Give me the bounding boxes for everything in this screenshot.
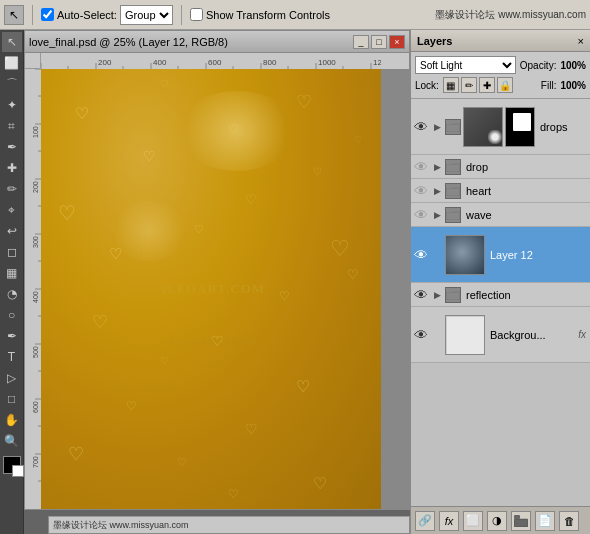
minimize-button[interactable]: _	[353, 35, 369, 49]
lock-label: Lock:	[415, 80, 439, 91]
layer-adjustment-btn[interactable]: ◑	[487, 511, 507, 531]
foreground-color[interactable]	[3, 456, 21, 474]
lock-icons: ▦ ✏ ✚ 🔒	[443, 77, 513, 93]
eye-icon-layer12: 👁	[414, 247, 428, 263]
thumb-drops-bg	[464, 108, 503, 147]
heart6: ♡	[58, 201, 76, 225]
tool-eyedropper[interactable]: ✒	[2, 137, 22, 157]
tool-lasso[interactable]: ⌒	[2, 74, 22, 94]
opacity-value[interactable]: 100%	[560, 60, 586, 71]
blend-opacity-row: Soft Light Opacity: 100%	[415, 56, 586, 74]
close-button[interactable]: ×	[389, 35, 405, 49]
folder-svg	[446, 121, 460, 132]
tool-marquee[interactable]: ⬜	[2, 53, 22, 73]
lock-all-btn[interactable]: 🔒	[497, 77, 513, 93]
heart21: ♡	[354, 135, 362, 145]
expand-wave[interactable]: ▶	[431, 209, 443, 221]
layers-controls: Soft Light Opacity: 100% Lock: ▦ ✏ ✚ 🔒 F…	[411, 52, 590, 99]
layer-item-wave[interactable]: 👁 ▶ wave	[411, 203, 590, 227]
tool-zoom[interactable]: 🔍	[2, 431, 22, 451]
svg-text:800: 800	[263, 58, 277, 67]
layer-visibility-reflection[interactable]: 👁	[413, 287, 429, 303]
layer-item-background[interactable]: 👁 Backgrou... fx	[411, 307, 590, 363]
move-tool-icon[interactable]: ↖	[4, 5, 24, 25]
canvas-area: love_final.psd @ 25% (Layer 12, RGB/8) _…	[24, 30, 410, 534]
transform-controls-group: Show Transform Controls	[190, 8, 330, 21]
tool-quick-select[interactable]: ✦	[2, 95, 22, 115]
layer-fx-btn[interactable]: fx	[439, 511, 459, 531]
tool-dodge[interactable]: ○	[2, 305, 22, 325]
layers-list[interactable]: 👁 ▶ drop	[411, 99, 590, 506]
expand-drops[interactable]: ▶	[431, 121, 443, 133]
expand-reflection[interactable]: ▶	[431, 289, 443, 301]
watermark-main: ALFOART.COM	[157, 281, 265, 297]
lock-pixels-btn[interactable]: ✏	[461, 77, 477, 93]
layers-panel: Layers × Soft Light Opacity: 100% Lock: …	[410, 30, 590, 534]
layer-item-drop[interactable]: 👁 ▶ drop	[411, 155, 590, 179]
layer-item-reflection[interactable]: 👁 ▶ reflection	[411, 283, 590, 307]
layer-thumbnail-drops	[463, 107, 503, 147]
layer-name-wave: wave	[463, 209, 588, 221]
layer-item-drops[interactable]: 👁 ▶ drop	[411, 99, 590, 155]
ruler-v-svg: 100 200 300 400 500 600 700	[25, 69, 41, 509]
layer-delete-btn[interactable]: 🗑	[559, 511, 579, 531]
eye-icon-drop: 👁	[414, 159, 428, 175]
ruler-corner	[25, 53, 41, 69]
layer-group-btn[interactable]	[511, 511, 531, 531]
tool-gradient[interactable]: ▦	[2, 263, 22, 283]
layer-item-heart[interactable]: 👁 ▶ heart	[411, 179, 590, 203]
tool-pen[interactable]: ✒	[2, 326, 22, 346]
watermark-secondary: ALFOART.COM	[168, 336, 254, 347]
canvas-status: 墨缘设计论坛 www.missyuan.com	[48, 516, 410, 534]
tool-brush[interactable]: ✏	[2, 179, 22, 199]
layer-item-layer12[interactable]: 👁 Layer 12	[411, 227, 590, 283]
tool-path-select[interactable]: ▷	[2, 368, 22, 388]
lock-position-btn[interactable]: ✚	[479, 77, 495, 93]
canvas-image[interactable]: ♡ ♡ ♡ ♡ ♡ ♡ ♡ ♡ ♡ ♡ ♡ ♡ ♡ ♡ ♡ ♡ ♡	[41, 69, 381, 509]
layer-visibility-drop[interactable]: 👁	[413, 159, 429, 175]
auto-select-dropdown[interactable]: Group	[120, 5, 173, 25]
tool-eraser[interactable]: ◻	[2, 242, 22, 262]
thumb-bg-content	[446, 316, 485, 355]
layer-visibility-drops[interactable]: 👁	[413, 119, 429, 135]
canvas-titlebar: love_final.psd @ 25% (Layer 12, RGB/8) _…	[24, 30, 410, 52]
maximize-button[interactable]: □	[371, 35, 387, 49]
tool-blur[interactable]: ◔	[2, 284, 22, 304]
layer-name-background: Backgrou...	[487, 329, 576, 341]
layer-link-btn[interactable]: 🔗	[415, 511, 435, 531]
tool-crop[interactable]: ⌗	[2, 116, 22, 136]
layers-close-button[interactable]: ×	[578, 35, 584, 47]
layer-visibility-background[interactable]: 👁	[413, 327, 429, 343]
expand-drop[interactable]: ▶	[431, 161, 443, 173]
layer-name-heart: heart	[463, 185, 588, 197]
tool-hand[interactable]: ✋	[2, 410, 22, 430]
heart12: ♡	[92, 311, 108, 333]
tool-move[interactable]: ↖	[2, 32, 22, 52]
expand-heart[interactable]: ▶	[431, 185, 443, 197]
folder-icon-drops	[445, 119, 461, 135]
blend-mode-select[interactable]: Soft Light	[415, 56, 516, 74]
layer-visibility-wave[interactable]: 👁	[413, 207, 429, 223]
tool-clone[interactable]: ⌖	[2, 200, 22, 220]
lock-transparent-btn[interactable]: ▦	[443, 77, 459, 93]
layer-new-btn[interactable]: 📄	[535, 511, 555, 531]
fill-label: Fill:	[541, 80, 557, 91]
auto-select-checkbox[interactable]	[41, 8, 54, 21]
layer-mask-btn[interactable]: ⬜	[463, 511, 483, 531]
layer-visibility-heart[interactable]: 👁	[413, 183, 429, 199]
layer-mask-drops	[505, 107, 535, 147]
tool-history[interactable]: ↩	[2, 221, 22, 241]
tool-shape[interactable]: □	[2, 389, 22, 409]
tool-heal[interactable]: ✚	[2, 158, 22, 178]
heart15: ♡	[296, 377, 310, 396]
transform-controls-checkbox[interactable]	[190, 8, 203, 21]
tool-type[interactable]: T	[2, 347, 22, 367]
fill-value[interactable]: 100%	[560, 80, 586, 91]
layer-visibility-layer12[interactable]: 👁	[413, 247, 429, 263]
layer-thumbnail-background	[445, 315, 485, 355]
layers-title: Layers	[417, 35, 452, 47]
svg-text:1000: 1000	[318, 58, 336, 67]
svg-text:500: 500	[32, 346, 39, 358]
background-color[interactable]	[12, 465, 24, 477]
folder-svg2	[446, 161, 460, 172]
